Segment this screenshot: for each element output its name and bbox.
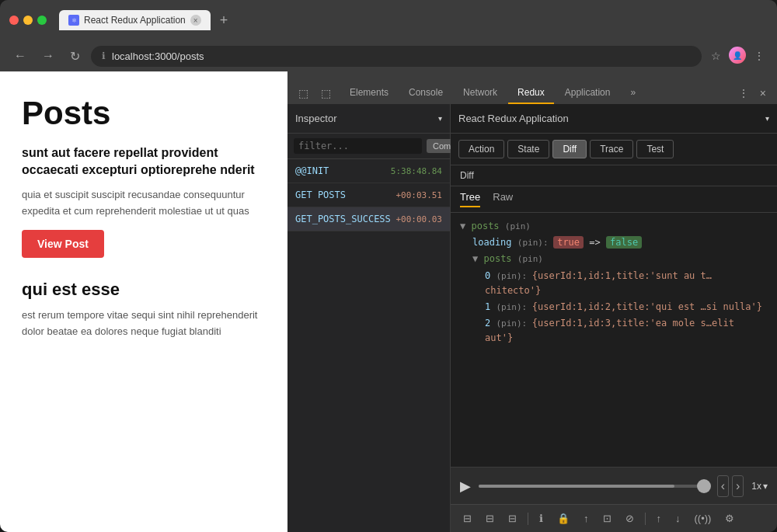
bottom-toolbar: ⊟ ⊟ ⊟ ℹ 🔒 ↑ ⊡ ⊘ ↑ ↓ ((•)) ⚙	[451, 504, 777, 532]
tab-test[interactable]: Test	[636, 140, 674, 158]
webpage-content: Posts sunt aut facere repellat provident…	[0, 71, 287, 532]
play-button[interactable]: ▶	[460, 478, 471, 495]
toolbar-btn-export[interactable]: ↓	[669, 509, 687, 527]
toolbar-btn-upload[interactable]: ↑	[577, 509, 595, 527]
refresh-button[interactable]: ↻	[65, 46, 85, 67]
inspector-title: Inspector	[295, 113, 336, 124]
minimize-button[interactable]	[23, 16, 33, 25]
tab-close-button[interactable]: ×	[190, 15, 201, 26]
redux-dropdown-icon[interactable]: ▾	[765, 114, 769, 123]
diff-line-posts-root: ▼ posts (pin)	[460, 219, 768, 234]
speed-button[interactable]: 1x ▾	[751, 481, 768, 492]
post-1-body: quia et suscipit suscipit recusandae con…	[22, 187, 266, 220]
device-icon[interactable]: ⬚	[316, 82, 336, 104]
diff-line-1: 1 (pin): {userId:1,id:2,title:'qui est ……	[460, 300, 768, 315]
action-item-init[interactable]: @@INIT 5:38:48.84	[287, 159, 450, 183]
toolbar-btn-lock[interactable]: 🔒	[551, 509, 576, 527]
action-time-success: +00:00.03	[395, 214, 442, 224]
browser-window: ⚛ React Redux Application × + ← → ↻ ℹ lo…	[0, 0, 777, 532]
action-name-init: @@INIT	[295, 165, 329, 176]
post-2-body: est rerum tempore vitae sequi sint nihil…	[22, 308, 266, 340]
menu-icon[interactable]: ⋮	[751, 47, 768, 65]
nav-arrows: ‹ ›	[717, 475, 744, 497]
lock-icon: ℹ	[102, 50, 106, 61]
tab-network[interactable]: Network	[454, 82, 507, 104]
view-tab-raw[interactable]: Raw	[493, 191, 513, 207]
inspector-dropdown-icon[interactable]: ▾	[438, 114, 442, 123]
prev-action-button[interactable]: ‹	[717, 475, 729, 497]
speed-label: 1x	[751, 481, 761, 492]
devtools-menu-icon[interactable]: ⋮	[733, 82, 754, 104]
close-button[interactable]	[9, 16, 19, 25]
maximize-button[interactable]	[37, 16, 47, 25]
post-card-1: sunt aut facere repellat provident occae…	[22, 144, 266, 258]
browser-tab[interactable]: ⚛ React Redux Application ×	[59, 10, 211, 30]
diff-line-2: 2 (pin): {userId:1,id:3,title:'ea mole s…	[460, 316, 768, 346]
bookmark-icon[interactable]: ☆	[708, 47, 724, 65]
tab-title: React Redux Application	[84, 15, 186, 26]
next-action-button[interactable]: ›	[732, 475, 744, 497]
toolbar-btn-1[interactable]: ⊟	[457, 509, 478, 527]
action-time-init: 5:38:48.84	[391, 166, 442, 176]
tab-application[interactable]: Application	[556, 82, 620, 104]
redux-action-tabs: Action State Diff Trace Test	[451, 134, 777, 165]
toolbar-btn-cancel[interactable]: ⊘	[619, 509, 640, 527]
toolbar-btn-2[interactable]: ⊟	[479, 509, 500, 527]
speed-chevron-icon: ▾	[763, 481, 768, 492]
diff-label: Diff	[451, 165, 777, 186]
filter-bar: Commit	[287, 134, 450, 159]
toolbar-btn-record[interactable]: ⊡	[597, 509, 618, 527]
main-area: Posts sunt aut facere repellat provident…	[0, 71, 777, 532]
scrubber-thumb[interactable]	[697, 479, 711, 493]
tab-action[interactable]: Action	[458, 140, 504, 158]
forward-button[interactable]: →	[37, 46, 59, 66]
filter-input[interactable]	[294, 138, 422, 154]
action-item-get-posts[interactable]: GET POSTS +00:03.51	[287, 183, 450, 207]
scrubber-track[interactable]	[479, 485, 709, 488]
navbar: ← → ↻ ℹ localhost:3000/posts ☆ 👤 ⋮	[0, 40, 777, 71]
post-1-heading: sunt aut facere repellat provident occae…	[22, 144, 266, 179]
toolbar-btn-info[interactable]: ℹ	[533, 509, 549, 527]
tab-diff[interactable]: Diff	[552, 140, 587, 158]
toolbar-separator-1	[528, 513, 528, 525]
pointer-icon[interactable]: ⬚	[294, 82, 313, 104]
inspector-header: Inspector ▾	[287, 104, 450, 134]
diff-content: ▼ posts (pin) loading (pin): true => fal…	[451, 213, 777, 467]
url-display: localhost:3000/posts	[112, 50, 204, 62]
view-tab-tree[interactable]: Tree	[460, 191, 480, 207]
toolbar-btn-settings[interactable]: ⚙	[719, 509, 740, 527]
devtools-tab-bar: ⬚ ⬚ Elements Console Network Redux Appli…	[287, 71, 777, 104]
nav-actions: ☆ 👤 ⋮	[708, 47, 768, 65]
tab-more[interactable]: »	[621, 82, 645, 104]
devtools-icons: ⬚ ⬚	[294, 82, 336, 104]
tab-state[interactable]: State	[507, 140, 549, 158]
redux-header: React Redux Application ▾	[451, 104, 777, 134]
titlebar: ⚛ React Redux Application × +	[0, 0, 777, 40]
toolbar-btn-import[interactable]: ↑	[650, 509, 668, 527]
toolbar-separator-2	[645, 513, 646, 525]
action-item-success[interactable]: GET_POSTS_SUCCESS +00:00.03	[287, 207, 450, 231]
new-tab-button[interactable]: +	[214, 9, 235, 32]
redux-app-title: React Redux Application	[458, 113, 569, 124]
avatar[interactable]: 👤	[729, 47, 746, 64]
playback-bar: ▶ ‹ › 1x ▾	[451, 467, 777, 504]
post-card-2: qui est esse est rerum tempore vitae seq…	[22, 280, 266, 340]
back-button[interactable]: ←	[9, 46, 31, 66]
toolbar-btn-broadcast[interactable]: ((•))	[688, 509, 718, 527]
view-tabs: Tree Raw	[451, 186, 777, 213]
address-bar[interactable]: ℹ localhost:3000/posts	[91, 46, 702, 67]
traffic-lights	[9, 16, 47, 25]
redux-panel: React Redux Application ▾ Action State D…	[451, 104, 777, 532]
tab-console[interactable]: Console	[399, 82, 452, 104]
tab-redux[interactable]: Redux	[508, 82, 554, 104]
devtools-close-icon[interactable]: ×	[755, 82, 771, 104]
action-list: @@INIT 5:38:48.84 GET POSTS +00:03.51 GE…	[287, 159, 450, 532]
toolbar-btn-3[interactable]: ⊟	[502, 509, 523, 527]
tab-trace[interactable]: Trace	[590, 140, 633, 158]
action-time-get-posts: +00:03.51	[395, 190, 442, 200]
posts-title: Posts	[22, 95, 266, 132]
diff-line-posts-nested: ▼ posts (pin)	[460, 252, 768, 266]
view-post-button[interactable]: View Post	[22, 230, 104, 258]
action-name-success: GET_POSTS_SUCCESS	[295, 214, 391, 224]
tab-elements[interactable]: Elements	[340, 82, 398, 104]
